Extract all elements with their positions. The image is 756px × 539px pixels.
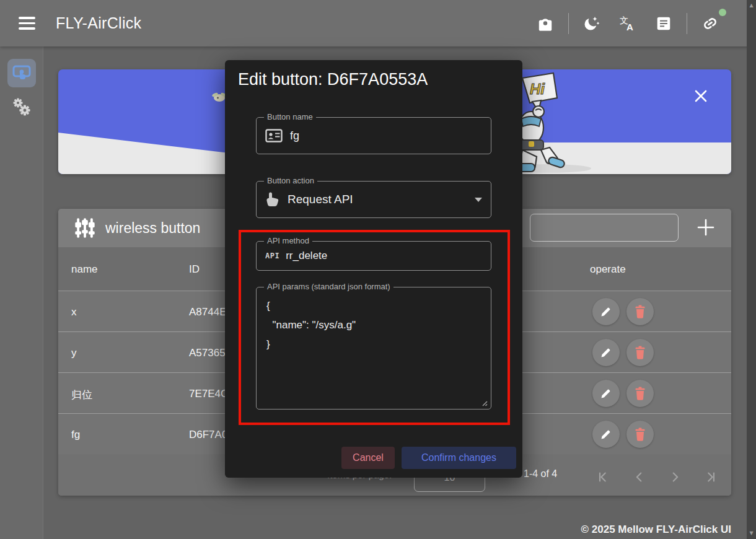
api-params-value[interactable]: { "name": "/sys/a.g" }: [266, 296, 356, 354]
button-name-field[interactable]: Button name fg: [256, 117, 491, 154]
row-id: 7E7E4C: [189, 388, 228, 400]
row-name: x: [71, 306, 77, 318]
edit-row-button[interactable]: [592, 339, 620, 366]
delete-row-button[interactable]: [626, 339, 654, 366]
trash-icon: [634, 387, 646, 400]
svg-text:A: A: [626, 22, 633, 32]
gears-icon: [11, 96, 33, 118]
row-name: 归位: [71, 388, 92, 402]
card-title: wireless button: [105, 220, 200, 237]
row-id: D6F7A0: [189, 429, 227, 441]
api-params-textarea[interactable]: API params (standard json format) { "nam…: [256, 287, 491, 410]
column-header-id: ID: [189, 263, 200, 276]
cancel-button[interactable]: Cancel: [341, 447, 395, 469]
dialog-title: Edit button: D6F7A0553A: [238, 70, 428, 89]
sidebar-nav: [0, 46, 43, 539]
app-root: FLY-AirClick 文: [0, 0, 756, 539]
last-page-button[interactable]: [698, 465, 723, 489]
api-method-label: API method: [264, 236, 312, 245]
row-name: fg: [71, 429, 80, 441]
api-text-icon: API: [265, 252, 279, 260]
close-icon: [693, 89, 708, 103]
badge-card-icon: [265, 129, 283, 142]
button-name-label: Button name: [264, 112, 316, 121]
chevron-down-icon: [475, 198, 482, 202]
delete-row-button[interactable]: [626, 298, 654, 325]
row-id: A8744E: [189, 306, 227, 318]
sidebar-item-remote-touch[interactable]: [7, 59, 36, 87]
docs-article-icon[interactable]: [650, 10, 677, 37]
app-title: FLY-AirClick: [56, 14, 141, 32]
divider: [687, 13, 687, 34]
delete-row-button[interactable]: [626, 380, 654, 407]
app-bar: FLY-AirClick 文: [0, 0, 756, 46]
column-header-operate: operate: [590, 263, 626, 276]
page-scrollbar[interactable]: ▲ ▼: [747, 0, 756, 539]
last-page-icon: [703, 470, 717, 484]
chevron-left-icon: [633, 470, 646, 484]
confirm-changes-button[interactable]: Confirm changes: [402, 447, 516, 469]
banner-close-button[interactable]: [691, 86, 711, 106]
trash-icon: [634, 305, 646, 318]
pencil-icon: [600, 305, 612, 318]
first-page-icon: [597, 470, 610, 484]
footer-copyright: © 2025 Mellow FLY-AirClick UI: [581, 524, 731, 536]
trash-icon: [634, 346, 646, 359]
pencil-icon: [600, 428, 612, 440]
api-params-label: API params (standard json format): [264, 282, 393, 291]
dialog-actions: Cancel Confirm changes: [225, 447, 522, 469]
shopping-bag-icon[interactable]: [532, 10, 559, 37]
divider: [568, 13, 569, 34]
link-icon[interactable]: [697, 10, 724, 37]
connection-status-dot: [719, 9, 726, 16]
dark-mode-moon-icon[interactable]: [578, 10, 605, 37]
delete-row-button[interactable]: [626, 421, 654, 448]
touch-screen-icon: [12, 63, 32, 83]
previous-page-button[interactable]: [627, 465, 652, 489]
button-action-select[interactable]: Button action Request API: [256, 181, 491, 218]
api-method-field[interactable]: API method API rr_delete: [256, 241, 491, 271]
column-header-name: name: [71, 263, 98, 276]
edit-row-button[interactable]: [592, 298, 620, 325]
appbar-actions: 文 A: [527, 10, 728, 37]
next-page-button[interactable]: [662, 465, 687, 489]
svg-text:Hi: Hi: [530, 81, 545, 97]
plus-icon: [697, 218, 715, 237]
trash-icon: [634, 427, 646, 441]
translate-icon[interactable]: 文 A: [614, 10, 641, 37]
tune-faders-icon: [74, 217, 95, 239]
row-name: y: [71, 347, 77, 359]
add-button[interactable]: [692, 213, 720, 242]
edit-button-dialog: Edit button: D6F7A0553A Button name fg B…: [225, 60, 522, 478]
resize-grip-icon[interactable]: [481, 400, 488, 406]
first-page-button[interactable]: [591, 465, 616, 489]
page-range-label: 1-4 of 4: [524, 468, 557, 480]
chevron-right-icon: [668, 470, 682, 484]
pencil-icon: [600, 346, 612, 359]
pencil-icon: [600, 387, 612, 400]
scroll-down-arrow[interactable]: ▼: [747, 529, 756, 538]
edit-row-button[interactable]: [592, 421, 620, 448]
new-button-name-input[interactable]: [530, 214, 679, 242]
menu-icon[interactable]: [12, 9, 41, 38]
tap-gesture-icon: [265, 191, 280, 208]
api-method-value: rr_delete: [286, 250, 327, 262]
sidebar-item-settings[interactable]: [7, 93, 36, 121]
scroll-up-arrow[interactable]: ▲: [747, 1, 756, 10]
row-id: A57365: [189, 347, 226, 359]
button-name-value: fg: [290, 129, 299, 142]
button-action-value: Request API: [288, 193, 353, 206]
edit-row-button[interactable]: [592, 380, 620, 407]
button-action-label: Button action: [264, 176, 317, 185]
